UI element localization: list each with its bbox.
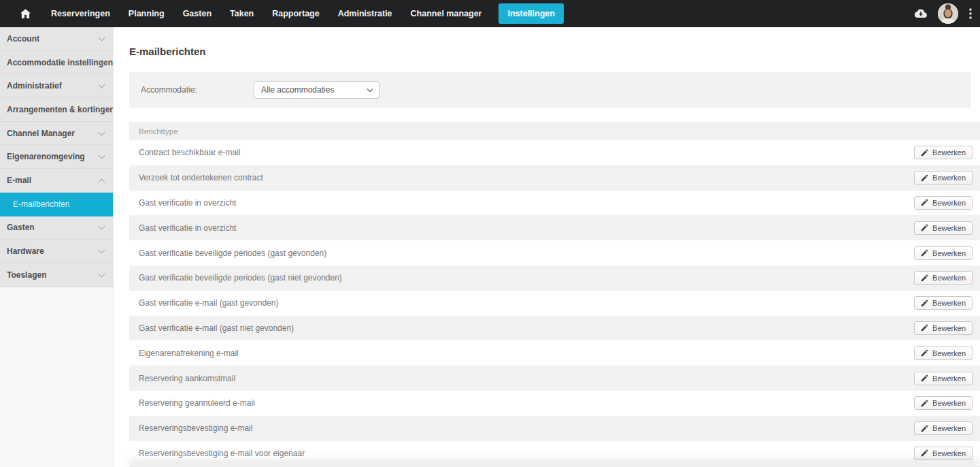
chevron-icon <box>99 224 104 229</box>
chevron-icon <box>99 248 104 253</box>
sidebar-item-label: Toeslagen <box>0 270 46 280</box>
nav-item-gasten[interactable]: Gasten <box>183 3 212 24</box>
table-row: Eigenarenafrekening e-mail Bewerken <box>129 340 980 366</box>
bewerken-button-label: Bewerken <box>932 324 966 332</box>
avatar[interactable] <box>938 3 958 24</box>
pencil-icon <box>921 374 928 382</box>
bewerken-button[interactable]: Bewerken <box>914 396 973 410</box>
berichttype-label: Gast verificatie e-mail (gast niet gevon… <box>139 323 294 333</box>
nav-item-channel-manager[interactable]: Channel manager <box>411 3 482 24</box>
sidebar-item-account[interactable]: Account <box>0 27 113 51</box>
berichttype-label: Verzoek tot ondertekenen contract <box>139 173 263 182</box>
sidebar-item-toeslagen[interactable]: Toeslagen <box>0 263 113 287</box>
table-row: Gast verificatie in overzicht Bewerken <box>129 215 980 240</box>
sidebar-item-gasten[interactable]: Gasten <box>0 216 113 240</box>
pencil-icon <box>921 400 928 407</box>
bewerken-button-label: Bewerken <box>932 374 966 383</box>
accommodation-select[interactable]: Alle accommodaties <box>254 81 379 99</box>
bewerken-button[interactable]: Bewerken <box>914 171 973 184</box>
bewerken-button[interactable]: Bewerken <box>914 246 973 260</box>
bewerken-button-label: Bewerken <box>932 274 966 282</box>
table-row: Gast verificatie in overzicht Bewerken <box>129 191 980 216</box>
sidebar-menu: Account Accommodatie instellingen Admini… <box>0 27 113 287</box>
sidebar-item-label: Accommodatie instellingen <box>0 58 113 67</box>
berichttype-label: Reservering geannuleerd e-mail <box>139 398 255 408</box>
sidebar-item-accommodatie-instellingen[interactable]: Accommodatie instellingen <box>0 51 113 75</box>
accommodation-filter-panel: Accommodatie: Alle accommodaties <box>129 72 971 108</box>
bewerken-button[interactable]: Bewerken <box>914 321 973 335</box>
nav-item-rapportage[interactable]: Rapportage <box>272 3 319 24</box>
berichttype-label: Reserveringsbevestiging e-mail voor eige… <box>139 449 305 458</box>
sidebar-item-label: Gasten <box>0 223 35 232</box>
bewerken-button-label: Bewerken <box>932 249 966 257</box>
bewerken-button-label: Bewerken <box>932 224 966 232</box>
table-row: Reserveringsbevestiging e-mail Bewerken <box>129 416 980 441</box>
berichttype-label: Gast verificatie beveiligde periodes (ga… <box>139 273 342 283</box>
accommodation-filter-label: Accommodatie: <box>141 85 254 95</box>
sidebar-item-channel-manager[interactable]: Channel Manager <box>0 122 113 146</box>
nav-item-reserveringen[interactable]: Reserveringen <box>51 3 110 24</box>
bewerken-button[interactable]: Bewerken <box>914 146 973 159</box>
bewerken-button-label: Bewerken <box>932 299 966 307</box>
table-rows: Contract beschikbaar e-mail Bewerken Ver… <box>129 140 980 466</box>
sidebar-item-label: Account <box>0 34 39 44</box>
sidebar-item-label: E-mailberichten <box>0 199 69 209</box>
bewerken-button[interactable]: Bewerken <box>914 196 973 210</box>
table-row: Verzoek tot ondertekenen contract Bewerk… <box>129 165 980 191</box>
sidebar-item-administratief[interactable]: Administratief <box>0 74 113 98</box>
chevron-icon <box>99 35 104 40</box>
table-row: Gast verificatie e-mail (gast niet gevon… <box>129 316 980 341</box>
nav-item-administratie[interactable]: Administratie <box>338 3 392 24</box>
pencil-icon <box>921 324 928 332</box>
pencil-icon <box>921 274 928 282</box>
pencil-icon <box>921 425 928 432</box>
bewerken-button[interactable]: Bewerken <box>914 271 973 285</box>
bewerken-button[interactable]: Bewerken <box>914 221 973 235</box>
sidebar-item-label: Arrangementen & kortingen <box>0 105 113 114</box>
sidebar-item-arrangementen-kortingen[interactable]: Arrangementen & kortingen <box>0 98 113 122</box>
sidebar-item-e-mail[interactable]: E-mail <box>0 169 113 193</box>
bewerken-button[interactable]: Bewerken <box>914 296 973 310</box>
pencil-icon <box>921 300 928 307</box>
bewerken-button[interactable]: Bewerken <box>914 421 973 435</box>
berichttype-label: Gast verificatie e-mail (gast gevonden) <box>139 298 278 308</box>
table-row: Contract beschikbaar e-mail Bewerken <box>129 140 980 165</box>
nav-item-instellingen[interactable]: Instellingen <box>499 3 563 24</box>
bewerken-button-label: Bewerken <box>932 424 966 432</box>
chevron-icon <box>99 130 104 135</box>
pencil-icon <box>921 149 928 157</box>
bewerken-button-label: Bewerken <box>932 199 966 207</box>
bewerken-button[interactable]: Bewerken <box>914 447 973 460</box>
chevron-icon <box>99 177 104 184</box>
bewerken-button[interactable]: Bewerken <box>914 372 973 385</box>
kebab-menu-icon[interactable] <box>969 8 972 19</box>
nav-item-taken[interactable]: Taken <box>230 3 254 24</box>
accommodation-select-value: Alle accommodaties <box>261 85 334 95</box>
home-icon[interactable] <box>20 9 31 18</box>
chevron-icon <box>99 82 104 87</box>
berichttype-label: Gast verificatie in overzicht <box>139 223 236 233</box>
topnav-right-icons <box>915 3 972 24</box>
sidebar-item-label: E-mail <box>0 176 31 185</box>
sidebar-item-eigenarenomgeving[interactable]: Eigenarenomgeving <box>0 145 113 169</box>
nav-item-planning[interactable]: Planning <box>129 3 165 24</box>
top-navigation-bar: ReserveringenPlanningGastenTakenRapporta… <box>0 0 980 27</box>
berichttype-label: Eigenarenafrekening e-mail <box>139 349 239 358</box>
sidebar-item-label: Administratief <box>0 81 62 91</box>
pencil-icon <box>921 224 928 231</box>
berichttype-label: Gast verificatie beveiligde periodes (ga… <box>139 248 326 258</box>
chevron-icon <box>99 153 104 158</box>
sidebar-item-label: Eigenarenomgeving <box>0 152 85 161</box>
pencil-icon <box>921 174 928 182</box>
berichttype-label: Gast verificatie in overzicht <box>139 198 236 208</box>
cloud-download-icon[interactable] <box>915 9 927 18</box>
sidebar-item-hardware[interactable]: Hardware <box>0 240 113 263</box>
bewerken-button-label: Bewerken <box>932 174 966 182</box>
sidebar-item-e-mailberichten[interactable]: E-mailberichten <box>0 193 113 216</box>
chevron-down-icon <box>367 86 373 92</box>
chevron-icon <box>99 106 104 111</box>
bewerken-button[interactable]: Bewerken <box>914 347 973 360</box>
berichttype-label: Reservering aankomstmail <box>139 374 235 383</box>
bewerken-button-label: Bewerken <box>932 399 966 407</box>
pencil-icon <box>921 449 928 457</box>
